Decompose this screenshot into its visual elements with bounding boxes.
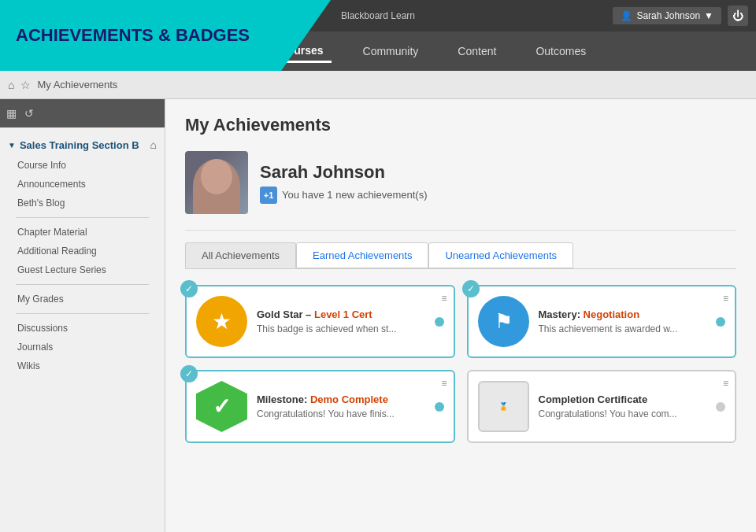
sidebar-item-guestlectureseries[interactable]: Guest Lecture Series <box>8 260 157 279</box>
content-area: My Achievements Sarah Johnson +1 You hav… <box>165 99 756 532</box>
achievement-title-highlight: Negotiation <box>580 308 639 320</box>
achievement-card-milestone-demo: ✓✓Milestone: Demo CompleteCongratulation… <box>185 370 455 443</box>
nav-item-content[interactable]: Content <box>450 41 504 61</box>
nav-item-community[interactable]: Community <box>355 41 427 61</box>
achievement-title-highlight: Level 1 Cert <box>311 308 372 320</box>
tab-all-achievements[interactable]: All Achievements <box>185 242 296 268</box>
achievement-desc: This achievement is awarded w... <box>539 323 707 334</box>
mastery-icon: ⚑ <box>478 296 529 347</box>
card-right: ≡ <box>435 317 444 327</box>
card-right: ≡ <box>435 402 444 412</box>
dropdown-arrow-icon: ▼ <box>704 10 713 21</box>
banner-text: ACHIEVEMENTS & BADGES <box>16 25 250 46</box>
sidebar-toolbar: ▦ ↺ <box>0 99 165 127</box>
achievement-status-dot <box>435 402 444 412</box>
achievement-menu-icon[interactable]: ≡ <box>723 293 728 304</box>
user-name-label: Sarah Johnson <box>636 10 700 21</box>
achievement-menu-icon[interactable]: ≡ <box>441 293 447 304</box>
sidebar-grid-icon[interactable]: ▦ <box>6 107 17 120</box>
user-menu-button[interactable]: 👤 Sarah Johnson ▼ <box>613 7 721 24</box>
sidebar-divider-3 <box>16 313 149 314</box>
star-icon: ★ <box>212 308 232 334</box>
top-bar-right: 👤 Sarah Johnson ▼ ⏻ <box>613 6 748 26</box>
profile-divider <box>185 230 736 231</box>
achievement-menu-icon[interactable]: ≡ <box>723 378 728 389</box>
sidebar-item-additionalreading[interactable]: Additional Reading <box>8 242 157 260</box>
achievements-grid: ✓★Gold Star – Level 1 CertThis badge is … <box>185 285 736 443</box>
achievement-menu-icon[interactable]: ≡ <box>441 378 447 389</box>
sidebar-item-grades[interactable]: My Grades <box>8 290 157 308</box>
sidebar-item-bethsblog[interactable]: Beth's Blog <box>8 194 157 212</box>
gold-badge-icon: ★ <box>196 296 247 347</box>
achievement-title: Milestone: Demo Complete <box>257 393 425 405</box>
sidebar-item-journals[interactable]: Journals <box>8 338 157 357</box>
certificate-icon: 🏅 <box>498 402 508 411</box>
achievement-info: Gold Star – Level 1 CertThis badge is ac… <box>257 308 425 334</box>
sidebar-section-header: ▼ Sales Training Section B ⌂ <box>8 134 157 156</box>
achievement-icon-wrapper: ✓ <box>196 381 247 432</box>
sidebar-item-courseinfo[interactable]: Course Info <box>8 156 157 175</box>
achievement-info: Completion CertificateCongratulations! Y… <box>539 393 707 419</box>
achievement-status-dot <box>435 317 444 327</box>
main-layout: ▦ ↺ ▼ Sales Training Section B ⌂ Course … <box>0 99 756 532</box>
achievement-icon-wrapper: ★ <box>196 296 247 347</box>
sidebar-divider-1 <box>16 217 149 218</box>
completion-icon: 🏅 <box>478 381 529 432</box>
sidebar-item-wikis[interactable]: Wikis <box>8 357 157 375</box>
logout-button[interactable]: ⏻ <box>728 6 748 26</box>
badge-text: You have 1 new achievement(s) <box>282 189 428 201</box>
achievement-desc: Congratulations! You have com... <box>539 408 707 419</box>
achievement-title: Mastery: Negotiation <box>539 308 707 320</box>
avatar <box>185 151 248 214</box>
earned-check-icon: ✓ <box>180 280 198 297</box>
profile-badge: +1 You have 1 new achievement(s) <box>260 187 428 204</box>
card-right: ≡ <box>716 402 725 412</box>
check-icon: ✓ <box>213 393 231 419</box>
achievement-status-dot <box>716 317 725 327</box>
achievement-icon-wrapper: ⚑ <box>478 296 529 347</box>
achievements-banner: ACHIEVEMENTS & BADGES <box>0 0 331 71</box>
sidebar-item-chaptermaterial[interactable]: Chapter Material <box>8 223 157 242</box>
achievement-title-highlight: Demo Complete <box>307 393 388 405</box>
profile-section: Sarah Johnson +1 You have 1 new achievem… <box>185 151 736 214</box>
achievement-info: Mastery: NegotiationThis achievement is … <box>539 308 707 334</box>
achievement-card-completion-cert: 🏅Completion CertificateCongratulations! … <box>467 370 737 443</box>
sidebar-divider-2 <box>16 284 149 285</box>
profile-info: Sarah Johnson +1 You have 1 new achievem… <box>260 162 428 204</box>
home-breadcrumb-icon[interactable]: ⌂ <box>8 79 14 91</box>
earned-check-icon: ✓ <box>180 365 198 382</box>
achievement-icon-wrapper: 🏅 <box>478 381 529 432</box>
earned-check-icon: ✓ <box>462 280 480 297</box>
achievement-card-gold-star: ✓★Gold Star – Level 1 CertThis badge is … <box>185 285 455 358</box>
milestone-icon: ✓ <box>196 381 247 432</box>
bookmark-breadcrumb-icon[interactable]: ☆ <box>20 79 31 91</box>
achievement-info: Milestone: Demo CompleteCongratulations!… <box>257 393 425 419</box>
power-icon: ⏻ <box>732 9 743 22</box>
achievement-card-mastery-negotiation: ✓⚑Mastery: NegotiationThis achievement i… <box>467 285 737 358</box>
breadcrumb-label: My Achievements <box>37 79 117 91</box>
nav-item-outcomes[interactable]: Outcomes <box>528 41 594 61</box>
achievement-title: Completion Certificate <box>539 393 707 405</box>
page-title: My Achievements <box>185 115 736 135</box>
flag-icon: ⚑ <box>495 309 513 334</box>
tab-unearned-achievements[interactable]: Unearned Achievements <box>428 242 573 268</box>
sidebar-item-announcements[interactable]: Announcements <box>8 175 157 194</box>
achievement-status-dot <box>716 402 725 412</box>
sidebar-main-section: ▼ Sales Training Section B ⌂ Course Info… <box>0 127 165 382</box>
card-right: ≡ <box>716 317 725 327</box>
tab-earned-achievements[interactable]: Earned Achievements <box>296 242 428 268</box>
tab-bar: All AchievementsEarned AchievementsUnear… <box>185 242 736 269</box>
achievement-desc: Congratulations! You have finis... <box>257 408 425 419</box>
breadcrumb-bar: ⌂ ☆ My Achievements <box>0 71 756 99</box>
sidebar: ▦ ↺ ▼ Sales Training Section B ⌂ Course … <box>0 99 165 532</box>
app-title: Blackboard Learn <box>341 10 415 21</box>
achievement-title: Gold Star – Level 1 Cert <box>257 308 425 320</box>
sidebar-item-discussions[interactable]: Discussions <box>8 319 157 338</box>
badge-count: +1 <box>260 187 277 204</box>
user-avatar-icon: 👤 <box>621 10 632 21</box>
profile-name: Sarah Johnson <box>260 162 428 183</box>
sidebar-section-title[interactable]: Sales Training Section B <box>20 139 150 151</box>
sidebar-refresh-icon[interactable]: ↺ <box>24 107 34 120</box>
achievement-desc: This badge is achieved when st... <box>257 323 425 334</box>
sidebar-home-icon[interactable]: ⌂ <box>150 139 157 151</box>
